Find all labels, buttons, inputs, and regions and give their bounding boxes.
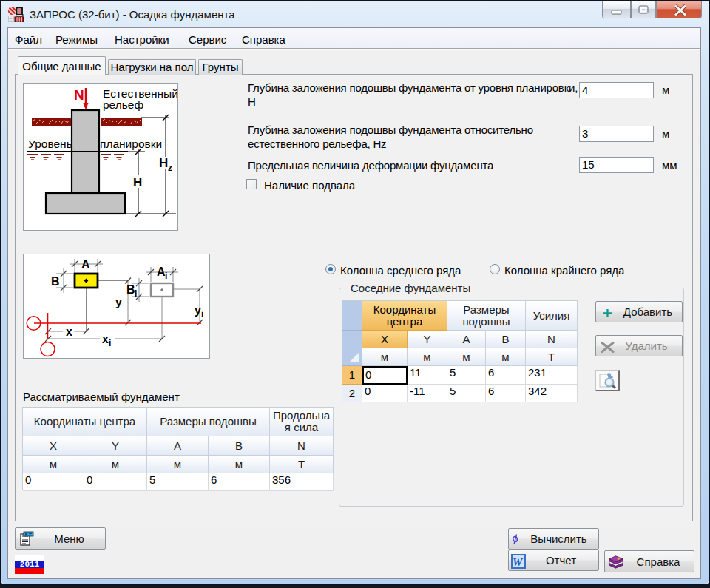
- svg-text:i: i: [135, 288, 137, 299]
- svg-text:B: B: [51, 275, 60, 288]
- svg-text:i: i: [165, 271, 167, 281]
- svg-text:i: i: [201, 309, 203, 320]
- svg-text:планировки: планировки: [100, 138, 162, 150]
- svg-text:B: B: [126, 283, 135, 296]
- svg-text:y: y: [195, 304, 201, 317]
- svg-text:W: W: [513, 556, 524, 568]
- svg-text:H: H: [133, 175, 142, 189]
- svg-text:H: H: [159, 156, 168, 170]
- svg-text:y: y: [115, 296, 122, 308]
- svg-text:рельеф: рельеф: [103, 98, 143, 111]
- svg-text:i: i: [109, 338, 111, 348]
- svg-text:x: x: [102, 333, 109, 345]
- svg-text:A: A: [81, 258, 90, 271]
- svg-text:z: z: [168, 163, 172, 173]
- svg-text:Уровень: Уровень: [28, 138, 72, 150]
- svg-text:x: x: [66, 325, 72, 338]
- svg-text:N: N: [74, 87, 84, 103]
